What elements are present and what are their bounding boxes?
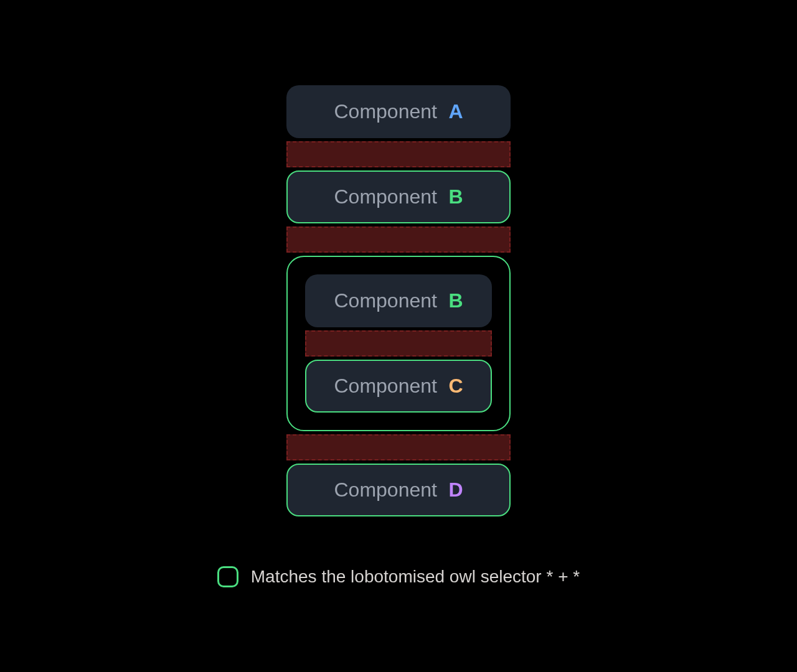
legend: Matches the lobotomised owl selector * +… — [217, 566, 580, 587]
margin-gap — [286, 226, 511, 253]
component-b-matched: Component B — [286, 170, 511, 223]
component-d-matched: Component D — [286, 464, 511, 516]
legend-swatch-matched — [217, 566, 238, 587]
component-a: Component A — [286, 85, 511, 138]
component-diagram: Component A Component B Component B Comp… — [286, 85, 511, 516]
margin-gap — [286, 434, 511, 460]
component-letter-b: B — [448, 289, 463, 312]
nested-container-matched: Component B Component C — [286, 256, 511, 431]
component-letter-d: D — [448, 478, 463, 501]
component-prefix: Component — [334, 289, 436, 312]
component-prefix: Component — [334, 478, 436, 501]
component-letter-a: A — [448, 100, 463, 123]
margin-gap — [286, 141, 511, 167]
component-prefix: Component — [334, 375, 436, 397]
component-prefix: Component — [334, 185, 436, 208]
component-b-nested: Component B — [305, 274, 492, 327]
component-prefix: Component — [334, 100, 436, 123]
margin-gap — [305, 330, 492, 357]
component-letter-c: C — [448, 375, 463, 397]
component-letter-b: B — [448, 185, 463, 208]
component-c-matched: Component C — [305, 360, 492, 413]
legend-text: Matches the lobotomised owl selector * +… — [251, 567, 580, 587]
